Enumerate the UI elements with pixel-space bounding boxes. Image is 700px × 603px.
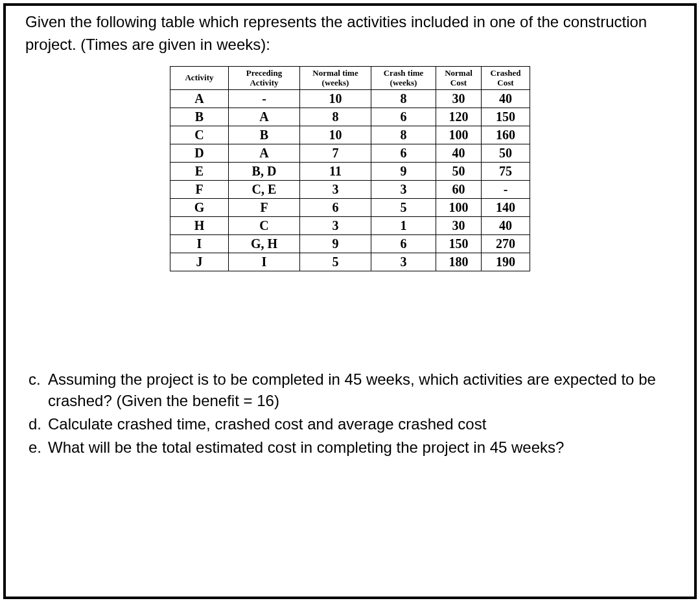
- cell-normal_cost: 100: [436, 126, 482, 144]
- cell-crash_time: 9: [371, 162, 436, 180]
- cell-preceding: I: [229, 253, 300, 271]
- cell-crash_time: 8: [371, 89, 436, 108]
- question-label: c.: [25, 369, 48, 412]
- cell-normal_cost: 60: [436, 180, 482, 198]
- question-item: c.Assuming the project is to be complete…: [25, 369, 675, 412]
- header-crashed-cost: Crashed Cost: [482, 66, 530, 89]
- cell-normal_time: 11: [300, 162, 371, 180]
- cell-crashed_cost: 150: [482, 108, 530, 126]
- cell-preceding: A: [229, 144, 300, 162]
- cell-preceding: C, E: [229, 180, 300, 198]
- cell-activity: C: [170, 126, 229, 144]
- cell-normal_cost: 30: [436, 89, 482, 108]
- cell-normal_time: 10: [300, 126, 371, 144]
- cell-normal_cost: 100: [436, 198, 482, 216]
- table-row: CB108100160: [170, 126, 530, 144]
- questions-list: c.Assuming the project is to be complete…: [25, 369, 675, 458]
- cell-normal_time: 9: [300, 234, 371, 253]
- cell-normal_time: 3: [300, 180, 371, 198]
- table-header-row: Activity Preceding Activity Normal time …: [170, 66, 530, 89]
- cell-activity: J: [170, 253, 229, 271]
- cell-crashed_cost: 75: [482, 162, 530, 180]
- cell-preceding: B: [229, 126, 300, 144]
- question-text: Calculate crashed time, crashed cost and…: [48, 413, 675, 435]
- cell-crashed_cost: -: [482, 180, 530, 198]
- cell-normal_time: 6: [300, 198, 371, 216]
- cell-crash_time: 6: [371, 108, 436, 126]
- cell-activity: F: [170, 180, 229, 198]
- cell-activity: I: [170, 234, 229, 253]
- question-text: What will be the total estimated cost in…: [48, 437, 675, 459]
- header-preceding: Preceding Activity: [229, 66, 300, 89]
- cell-activity: G: [170, 198, 229, 216]
- question-label: e.: [25, 437, 48, 459]
- cell-normal_cost: 50: [436, 162, 482, 180]
- table-row: IG, H96150270: [170, 234, 530, 253]
- cell-activity: D: [170, 144, 229, 162]
- cell-crash_time: 5: [371, 198, 436, 216]
- cell-normal_time: 10: [300, 89, 371, 108]
- cell-crash_time: 6: [371, 144, 436, 162]
- header-normal-time: Normal time (weeks): [300, 66, 371, 89]
- cell-crash_time: 1: [371, 216, 436, 234]
- table-row: EB, D1195075: [170, 162, 530, 180]
- cell-normal_cost: 180: [436, 253, 482, 271]
- table-row: JI53180190: [170, 253, 530, 271]
- table-row: DA764050: [170, 144, 530, 162]
- cell-crashed_cost: 190: [482, 253, 530, 271]
- activities-table: Activity Preceding Activity Normal time …: [170, 66, 530, 271]
- page-frame: Given the following table which represen…: [3, 3, 697, 599]
- cell-preceding: A: [229, 108, 300, 126]
- cell-normal_time: 8: [300, 108, 371, 126]
- question-text: Assuming the project is to be completed …: [48, 369, 675, 412]
- table-row: FC, E3360-: [170, 180, 530, 198]
- cell-crash_time: 8: [371, 126, 436, 144]
- table-row: BA86120150: [170, 108, 530, 126]
- cell-crash_time: 3: [371, 180, 436, 198]
- cell-crashed_cost: 40: [482, 89, 530, 108]
- intro-text: Given the following table which represen…: [25, 11, 675, 56]
- cell-crashed_cost: 270: [482, 234, 530, 253]
- cell-crash_time: 3: [371, 253, 436, 271]
- header-crash-time: Crash time (weeks): [371, 66, 436, 89]
- cell-normal_cost: 150: [436, 234, 482, 253]
- cell-preceding: B, D: [229, 162, 300, 180]
- cell-activity: B: [170, 108, 229, 126]
- cell-crashed_cost: 50: [482, 144, 530, 162]
- cell-preceding: C: [229, 216, 300, 234]
- header-normal-cost: Normal Cost: [436, 66, 482, 89]
- question-item: e.What will be the total estimated cost …: [25, 437, 675, 459]
- cell-normal_time: 5: [300, 253, 371, 271]
- cell-normal_cost: 120: [436, 108, 482, 126]
- cell-preceding: F: [229, 198, 300, 216]
- cell-activity: A: [170, 89, 229, 108]
- table-row: A-1083040: [170, 89, 530, 108]
- question-label: d.: [25, 413, 48, 435]
- question-item: d.Calculate crashed time, crashed cost a…: [25, 413, 675, 435]
- cell-crashed_cost: 160: [482, 126, 530, 144]
- header-activity: Activity: [170, 66, 229, 89]
- cell-preceding: G, H: [229, 234, 300, 253]
- cell-crashed_cost: 40: [482, 216, 530, 234]
- cell-activity: E: [170, 162, 229, 180]
- table-row: GF65100140: [170, 198, 530, 216]
- cell-crashed_cost: 140: [482, 198, 530, 216]
- cell-normal_time: 7: [300, 144, 371, 162]
- table-row: HC313040: [170, 216, 530, 234]
- table-wrapper: Activity Preceding Activity Normal time …: [25, 66, 675, 271]
- cell-normal_cost: 40: [436, 144, 482, 162]
- cell-crash_time: 6: [371, 234, 436, 253]
- cell-normal_time: 3: [300, 216, 371, 234]
- cell-normal_cost: 30: [436, 216, 482, 234]
- cell-preceding: -: [229, 89, 300, 108]
- cell-activity: H: [170, 216, 229, 234]
